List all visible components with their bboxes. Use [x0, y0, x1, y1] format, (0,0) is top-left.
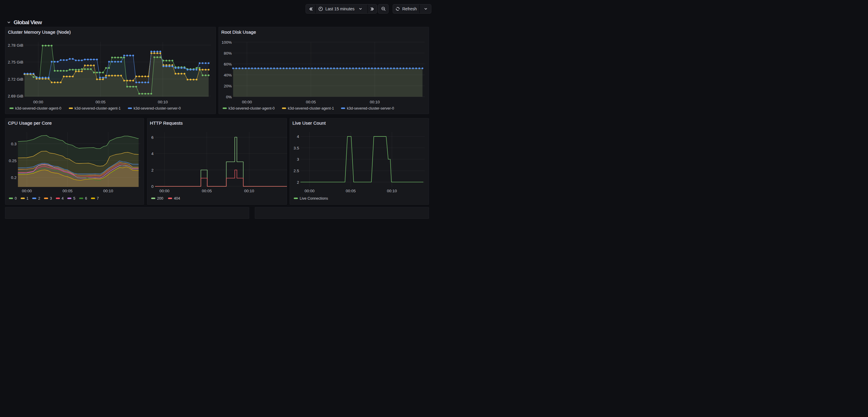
svg-text:4: 4: [297, 135, 299, 139]
svg-text:0: 0: [151, 184, 154, 189]
svg-text:00:10: 00:10: [387, 188, 397, 193]
svg-text:2.78 GiB: 2.78 GiB: [8, 43, 23, 48]
svg-text:00:05: 00:05: [63, 188, 73, 193]
svg-text:00:00: 00:00: [242, 100, 252, 104]
svg-text:00:00: 00:00: [33, 100, 43, 104]
svg-text:00:05: 00:05: [202, 188, 212, 193]
svg-text:3: 3: [297, 157, 299, 161]
svg-text:100%: 100%: [221, 40, 232, 44]
svg-text:00:05: 00:05: [306, 100, 316, 104]
svg-text:00:00: 00:00: [159, 188, 169, 193]
svg-text:60%: 60%: [223, 62, 231, 66]
svg-text:80%: 80%: [223, 51, 231, 56]
svg-text:00:00: 00:00: [22, 188, 32, 193]
svg-text:40%: 40%: [223, 73, 231, 78]
svg-text:00:10: 00:10: [103, 188, 113, 193]
svg-text:2: 2: [297, 180, 299, 184]
svg-text:2.75 GiB: 2.75 GiB: [8, 60, 23, 64]
svg-text:6: 6: [151, 135, 154, 140]
svg-text:0.3: 0.3: [11, 142, 17, 146]
svg-text:2.72 GiB: 2.72 GiB: [8, 77, 23, 82]
svg-text:00:10: 00:10: [370, 100, 380, 104]
svg-text:3.5: 3.5: [293, 146, 299, 150]
svg-text:00:05: 00:05: [346, 188, 356, 193]
svg-text:0.2: 0.2: [11, 175, 17, 180]
svg-text:00:05: 00:05: [96, 100, 106, 104]
svg-text:2: 2: [151, 168, 154, 172]
svg-text:2.69 GiB: 2.69 GiB: [8, 94, 23, 98]
svg-text:0%: 0%: [226, 95, 232, 99]
svg-text:20%: 20%: [223, 84, 231, 88]
svg-text:4: 4: [151, 151, 154, 156]
svg-text:0.25: 0.25: [9, 158, 17, 163]
svg-text:2.5: 2.5: [293, 168, 299, 173]
svg-text:00:10: 00:10: [244, 188, 254, 193]
svg-text:00:10: 00:10: [158, 100, 168, 104]
svg-text:00:00: 00:00: [304, 188, 314, 193]
